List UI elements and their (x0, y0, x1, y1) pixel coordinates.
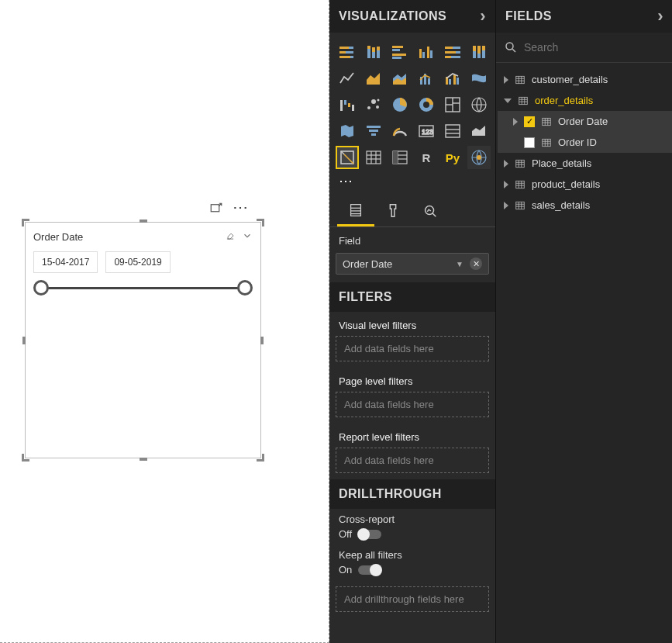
clustered-column-chart-icon[interactable] (415, 40, 438, 64)
table-customer_details[interactable]: customer_details (496, 69, 672, 90)
field-Order-ID[interactable]: Order ID (498, 132, 672, 153)
funnel-chart-icon[interactable] (362, 119, 385, 143)
treemap-icon[interactable] (441, 93, 464, 116)
multi-row-card-icon[interactable] (441, 119, 464, 143)
pie-chart-icon[interactable] (388, 93, 412, 116)
field-chip-order-date[interactable]: Order Date ▼ ✕ (336, 253, 489, 275)
table-Place_details[interactable]: Place_details (496, 153, 672, 174)
resize-handle-top-right[interactable] (257, 219, 264, 226)
resize-handle-top[interactable] (140, 220, 147, 223)
stacked-bar-chart-icon[interactable] (336, 40, 359, 64)
map-icon[interactable] (467, 93, 491, 116)
ribbon-chart-icon[interactable] (467, 67, 491, 90)
focus-mode-icon[interactable] (209, 202, 223, 219)
field-Order-Date[interactable]: Order Date (498, 111, 672, 132)
field-checkbox[interactable] (524, 137, 535, 148)
format-tab[interactable] (374, 195, 412, 226)
visual-filters-label: Visual level filters (329, 312, 495, 336)
matrix-icon[interactable] (388, 146, 412, 169)
waterfall-chart-icon[interactable] (336, 93, 359, 116)
drillthrough-dropzone[interactable]: Add drillthrough fields here (336, 586, 489, 612)
hundred-percent-bar-icon[interactable] (441, 40, 464, 64)
expand-icon[interactable] (513, 118, 518, 126)
hundred-percent-column-icon[interactable] (467, 40, 491, 64)
table-icon[interactable] (362, 146, 385, 169)
expand-icon[interactable] (504, 160, 508, 168)
gauge-icon[interactable] (388, 119, 412, 143)
fields-tab[interactable] (337, 195, 374, 226)
keep-filters-toggle[interactable] (358, 565, 381, 575)
slicer-icon[interactable] (336, 146, 359, 169)
card-icon[interactable]: 123 (415, 119, 438, 143)
svg-rect-95 (543, 118, 551, 125)
kpi-icon[interactable] (467, 119, 491, 143)
visual-selection[interactable]: Order Date 15-04-2017 09-05-2019 (25, 222, 261, 458)
svg-rect-13 (392, 46, 403, 48)
page-filters-dropzone[interactable]: Add data fields here (336, 392, 489, 417)
field-checkbox[interactable] (524, 116, 535, 127)
more-options-icon[interactable] (233, 202, 248, 219)
slicer-visual[interactable]: Order Date 15-04-2017 09-05-2019 (25, 222, 261, 458)
table-order_details[interactable]: order_details (496, 90, 672, 111)
slicer-dropdown-icon[interactable] (236, 230, 253, 244)
analytics-tab[interactable] (412, 195, 449, 226)
expand-icon[interactable] (504, 202, 508, 209)
field-well-label: Field (329, 227, 495, 253)
line-chart-icon[interactable] (336, 67, 359, 90)
stacked-column-chart-icon[interactable] (362, 40, 385, 64)
resize-handle-bottom[interactable] (140, 458, 147, 461)
slicer-slider-handle-end[interactable] (237, 280, 253, 296)
clear-selections-icon[interactable] (219, 230, 236, 244)
line-stacked-column-icon[interactable] (415, 67, 438, 90)
svg-point-46 (376, 105, 379, 109)
resize-handle-top-left[interactable] (22, 219, 29, 226)
visualizations-pane-header[interactable]: VISUALIZATIONS (329, 0, 495, 33)
svg-rect-2 (349, 47, 353, 49)
python-visual-icon[interactable]: Py (441, 146, 464, 169)
fields-pane-header[interactable]: FIELDS (496, 0, 672, 33)
resize-handle-bottom-left[interactable] (22, 454, 29, 462)
line-clustered-column-icon[interactable] (441, 67, 464, 90)
cross-report-toggle[interactable] (358, 530, 381, 539)
report-canvas[interactable]: Order Date 15-04-2017 09-05-2019 (0, 0, 329, 643)
svg-rect-22 (453, 47, 460, 49)
r-visual-icon[interactable]: R (415, 146, 438, 169)
report-filters-dropzone[interactable]: Add data fields here (336, 448, 489, 473)
visualizations-pane: VISUALIZATIONS 123 R Py ⋯ (329, 0, 496, 643)
resize-handle-bottom-right[interactable] (257, 454, 264, 462)
svg-rect-35 (428, 78, 430, 85)
area-chart-icon[interactable] (362, 67, 385, 90)
table-sales_details[interactable]: sales_details (496, 195, 672, 216)
field-chip-remove-icon[interactable]: ✕ (470, 258, 482, 270)
slicer-end-date[interactable]: 09-05-2019 (105, 251, 170, 273)
resize-handle-right[interactable] (260, 337, 264, 344)
filled-map-icon[interactable] (336, 119, 359, 143)
svg-rect-58 (371, 133, 376, 136)
expand-icon[interactable] (504, 181, 508, 188)
slicer-slider-handle-start[interactable] (33, 280, 49, 296)
page-filters-label: Page level filters (329, 368, 495, 392)
arcgis-visual-icon[interactable] (467, 146, 491, 169)
donut-chart-icon[interactable] (415, 93, 438, 116)
collapse-pane-icon[interactable] (480, 6, 486, 26)
slicer-start-date[interactable]: 15-04-2017 (33, 251, 98, 273)
fields-pane: FIELDS customer_detailsorder_detailsOrde… (496, 0, 672, 643)
more-visuals-icon[interactable]: ⋯ (329, 172, 495, 195)
fields-search[interactable] (504, 40, 665, 54)
svg-rect-9 (372, 52, 375, 58)
resize-handle-left[interactable] (22, 337, 26, 344)
table-product_details[interactable]: product_details (496, 174, 672, 195)
field-label: Order Date (558, 116, 608, 127)
expand-icon[interactable] (504, 76, 508, 84)
expand-icon[interactable] (504, 99, 512, 103)
collapse-fields-pane-icon[interactable] (657, 6, 663, 26)
scatter-chart-icon[interactable] (362, 93, 385, 116)
fields-search-input[interactable] (524, 41, 665, 54)
clustered-bar-chart-icon[interactable] (388, 40, 412, 64)
stacked-area-chart-icon[interactable] (388, 67, 412, 90)
field-chip-dropdown-icon[interactable]: ▼ (456, 260, 464, 268)
field-well[interactable]: Order Date ▼ ✕ (336, 253, 489, 275)
slicer-slider-track[interactable] (38, 287, 248, 289)
svg-rect-40 (340, 100, 343, 111)
visual-filters-dropzone[interactable]: Add data fields here (336, 336, 489, 361)
